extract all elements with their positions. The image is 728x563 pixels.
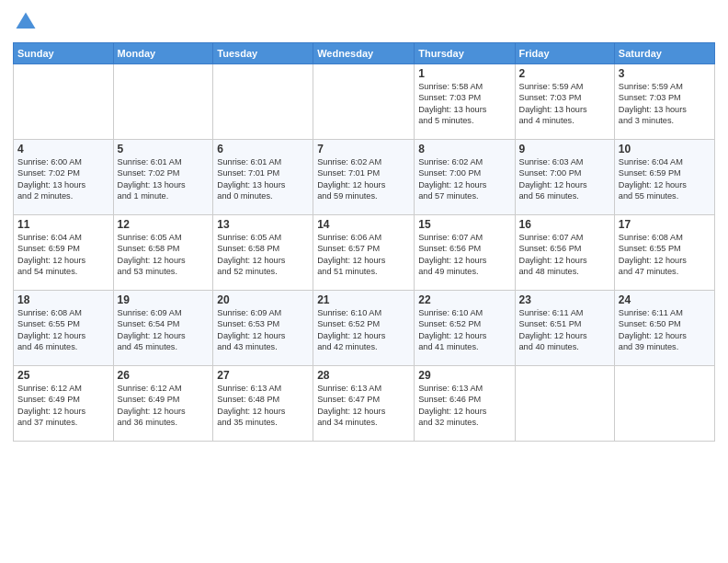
day-number: 28	[317, 369, 410, 382]
calendar-cell: 17Sunrise: 6:08 AMSunset: 6:55 PMDayligh…	[614, 215, 714, 291]
day-info: Sunrise: 6:00 AMSunset: 7:02 PMDaylight:…	[17, 156, 109, 202]
day-info: Sunrise: 6:12 AMSunset: 6:49 PMDaylight:…	[17, 383, 109, 429]
header	[13, 9, 715, 35]
day-info: Sunrise: 6:05 AMSunset: 6:58 PMDaylight:…	[118, 232, 210, 278]
day-number: 21	[317, 293, 410, 306]
weekday-saturday: Saturday	[614, 43, 714, 64]
calendar-cell	[14, 64, 114, 140]
day-number: 22	[418, 293, 510, 306]
calendar-cell: 8Sunrise: 6:02 AMSunset: 7:00 PMDaylight…	[415, 140, 515, 215]
calendar-table: SundayMondayTuesdayWednesdayThursdayFrid…	[13, 42, 715, 442]
calendar-cell: 12Sunrise: 6:05 AMSunset: 6:58 PMDayligh…	[113, 215, 213, 291]
weekday-wednesday: Wednesday	[313, 43, 415, 64]
weekday-tuesday: Tuesday	[213, 43, 313, 64]
calendar-cell: 29Sunrise: 6:13 AMSunset: 6:46 PMDayligh…	[415, 366, 515, 442]
day-number: 18	[17, 293, 109, 306]
calendar-cell: 16Sunrise: 6:07 AMSunset: 6:56 PMDayligh…	[515, 215, 614, 291]
calendar-cell	[614, 366, 714, 442]
weekday-sunday: Sunday	[14, 43, 114, 64]
calendar-cell: 10Sunrise: 6:04 AMSunset: 6:59 PMDayligh…	[614, 140, 714, 215]
day-number: 8	[418, 143, 510, 155]
weekday-thursday: Thursday	[415, 43, 515, 64]
calendar-cell: 24Sunrise: 6:11 AMSunset: 6:50 PMDayligh…	[614, 291, 714, 366]
week-row-3: 11Sunrise: 6:04 AMSunset: 6:59 PMDayligh…	[14, 215, 715, 291]
day-number: 2	[519, 67, 610, 80]
page: SundayMondayTuesdayWednesdayThursdayFrid…	[0, 0, 728, 563]
calendar-cell: 9Sunrise: 6:03 AMSunset: 7:00 PMDaylight…	[515, 140, 614, 215]
day-number: 10	[619, 143, 711, 155]
day-info: Sunrise: 6:09 AMSunset: 6:54 PMDaylight:…	[118, 307, 210, 353]
calendar-cell: 28Sunrise: 6:13 AMSunset: 6:47 PMDayligh…	[313, 366, 415, 442]
day-number: 13	[217, 218, 309, 231]
day-number: 24	[619, 293, 711, 306]
day-info: Sunrise: 6:13 AMSunset: 6:47 PMDaylight:…	[317, 383, 410, 429]
day-number: 12	[118, 218, 210, 231]
day-info: Sunrise: 6:01 AMSunset: 7:01 PMDaylight:…	[217, 156, 309, 202]
svg-marker-0	[17, 13, 36, 29]
calendar-cell	[515, 366, 614, 442]
day-number: 29	[418, 369, 510, 382]
calendar-cell: 22Sunrise: 6:10 AMSunset: 6:52 PMDayligh…	[415, 291, 515, 366]
day-info: Sunrise: 6:13 AMSunset: 6:46 PMDaylight:…	[418, 383, 510, 429]
day-number: 5	[118, 143, 210, 155]
calendar-cell: 19Sunrise: 6:09 AMSunset: 6:54 PMDayligh…	[113, 291, 213, 366]
day-number: 19	[118, 293, 210, 306]
day-number: 4	[17, 143, 109, 155]
day-info: Sunrise: 6:03 AMSunset: 7:00 PMDaylight:…	[519, 156, 610, 202]
calendar-cell: 25Sunrise: 6:12 AMSunset: 6:49 PMDayligh…	[14, 366, 114, 442]
day-info: Sunrise: 6:10 AMSunset: 6:52 PMDaylight:…	[418, 307, 510, 353]
week-row-2: 4Sunrise: 6:00 AMSunset: 7:02 PMDaylight…	[14, 140, 715, 215]
calendar-cell	[313, 64, 415, 140]
calendar-cell: 27Sunrise: 6:13 AMSunset: 6:48 PMDayligh…	[213, 366, 313, 442]
day-number: 15	[418, 218, 510, 231]
day-info: Sunrise: 6:02 AMSunset: 7:01 PMDaylight:…	[317, 156, 410, 202]
day-number: 17	[619, 218, 711, 231]
day-info: Sunrise: 6:07 AMSunset: 6:56 PMDaylight:…	[418, 232, 510, 278]
day-number: 14	[317, 218, 410, 231]
day-number: 11	[17, 218, 109, 231]
calendar-cell	[213, 64, 313, 140]
day-info: Sunrise: 6:11 AMSunset: 6:51 PMDaylight:…	[519, 307, 610, 353]
logo	[13, 9, 42, 35]
day-number: 16	[519, 218, 610, 231]
day-info: Sunrise: 5:59 AMSunset: 7:03 PMDaylight:…	[619, 81, 711, 127]
calendar-cell: 3Sunrise: 5:59 AMSunset: 7:03 PMDaylight…	[614, 64, 714, 140]
day-info: Sunrise: 6:05 AMSunset: 6:58 PMDaylight:…	[217, 232, 309, 278]
calendar-cell: 7Sunrise: 6:02 AMSunset: 7:01 PMDaylight…	[313, 140, 415, 215]
week-row-4: 18Sunrise: 6:08 AMSunset: 6:55 PMDayligh…	[14, 291, 715, 366]
day-info: Sunrise: 6:08 AMSunset: 6:55 PMDaylight:…	[619, 232, 711, 278]
day-info: Sunrise: 5:59 AMSunset: 7:03 PMDaylight:…	[519, 81, 610, 127]
calendar-cell: 20Sunrise: 6:09 AMSunset: 6:53 PMDayligh…	[213, 291, 313, 366]
day-info: Sunrise: 6:12 AMSunset: 6:49 PMDaylight:…	[118, 383, 210, 429]
calendar-cell: 15Sunrise: 6:07 AMSunset: 6:56 PMDayligh…	[415, 215, 515, 291]
weekday-header-row: SundayMondayTuesdayWednesdayThursdayFrid…	[14, 43, 715, 64]
calendar-cell: 4Sunrise: 6:00 AMSunset: 7:02 PMDaylight…	[14, 140, 114, 215]
calendar-cell: 1Sunrise: 5:58 AMSunset: 7:03 PMDaylight…	[415, 64, 515, 140]
week-row-1: 1Sunrise: 5:58 AMSunset: 7:03 PMDaylight…	[14, 64, 715, 140]
day-info: Sunrise: 6:02 AMSunset: 7:00 PMDaylight:…	[418, 156, 510, 202]
day-number: 23	[519, 293, 610, 306]
calendar-cell: 11Sunrise: 6:04 AMSunset: 6:59 PMDayligh…	[14, 215, 114, 291]
day-number: 27	[217, 369, 309, 382]
calendar-cell: 26Sunrise: 6:12 AMSunset: 6:49 PMDayligh…	[113, 366, 213, 442]
day-info: Sunrise: 6:07 AMSunset: 6:56 PMDaylight:…	[519, 232, 610, 278]
day-number: 20	[217, 293, 309, 306]
calendar-cell: 2Sunrise: 5:59 AMSunset: 7:03 PMDaylight…	[515, 64, 614, 140]
day-number: 6	[217, 143, 309, 155]
day-info: Sunrise: 6:13 AMSunset: 6:48 PMDaylight:…	[217, 383, 309, 429]
day-info: Sunrise: 6:10 AMSunset: 6:52 PMDaylight:…	[317, 307, 410, 353]
day-number: 25	[17, 369, 109, 382]
day-info: Sunrise: 6:08 AMSunset: 6:55 PMDaylight:…	[17, 307, 109, 353]
day-number: 1	[418, 67, 510, 80]
day-number: 9	[519, 143, 610, 155]
day-info: Sunrise: 6:11 AMSunset: 6:50 PMDaylight:…	[619, 307, 711, 353]
weekday-monday: Monday	[113, 43, 213, 64]
day-info: Sunrise: 6:09 AMSunset: 6:53 PMDaylight:…	[217, 307, 309, 353]
day-number: 26	[118, 369, 210, 382]
calendar-cell: 18Sunrise: 6:08 AMSunset: 6:55 PMDayligh…	[14, 291, 114, 366]
day-info: Sunrise: 6:01 AMSunset: 7:02 PMDaylight:…	[118, 156, 210, 202]
day-info: Sunrise: 6:06 AMSunset: 6:57 PMDaylight:…	[317, 232, 410, 278]
calendar-cell: 21Sunrise: 6:10 AMSunset: 6:52 PMDayligh…	[313, 291, 415, 366]
calendar-cell: 5Sunrise: 6:01 AMSunset: 7:02 PMDaylight…	[113, 140, 213, 215]
weekday-friday: Friday	[515, 43, 614, 64]
